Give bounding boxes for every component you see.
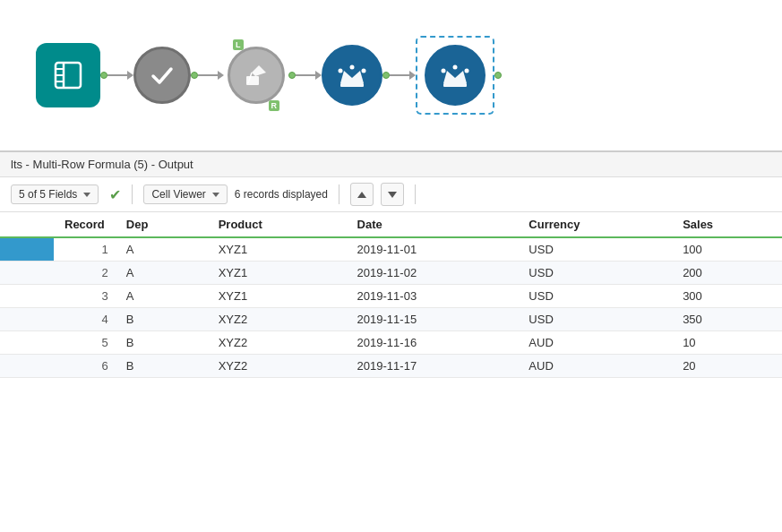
nav-down-button[interactable] — [381, 183, 404, 206]
workflow-nodes: L R — [36, 36, 502, 115]
col-header-currency[interactable]: Currency — [518, 212, 672, 237]
arrow-2 — [218, 71, 224, 80]
col-header-date[interactable]: Date — [347, 212, 519, 237]
results-title-bar: lts - Multi-Row Formula (5) - Output — [0, 152, 782, 177]
crown-svg-1 — [337, 60, 367, 90]
workflow-canvas: L R — [0, 0, 782, 152]
svg-point-16 — [453, 65, 458, 70]
crown-svg-2 — [440, 60, 470, 90]
separator-2 — [339, 184, 339, 204]
svg-marker-13 — [443, 71, 467, 83]
dot-3 — [288, 72, 296, 79]
connector-4 — [382, 71, 416, 80]
svg-marker-6 — [252, 65, 266, 76]
row-marker — [0, 237, 54, 262]
cell-currency: USD — [518, 285, 672, 308]
cell-product: XYZ2 — [208, 331, 347, 355]
cell-sales: 200 — [672, 262, 782, 285]
node-output1[interactable] — [322, 45, 382, 106]
table-row[interactable]: 5BXYZ22019-11-16AUD10 — [0, 331, 782, 355]
records-count: 6 records displayed — [235, 188, 328, 201]
svg-marker-8 — [340, 71, 364, 83]
cell-sales: 20 — [672, 355, 782, 378]
line-1 — [107, 74, 127, 76]
selected-box — [416, 36, 494, 115]
node-output2[interactable] — [416, 36, 494, 115]
table-row[interactable]: 3AXYZ12019-11-03USD300 — [0, 285, 782, 308]
table-row[interactable]: 4BXYZ22019-11-15USD350 — [0, 308, 782, 331]
svg-point-15 — [442, 69, 446, 73]
data-table-container[interactable]: Record Dep Product Date Currency Sales 1… — [0, 212, 782, 532]
node-input[interactable] — [36, 43, 100, 107]
svg-point-11 — [350, 65, 355, 70]
svg-rect-5 — [246, 76, 259, 85]
check-svg — [148, 61, 176, 90]
cell-record: 2 — [54, 262, 116, 285]
separator-1 — [132, 184, 133, 204]
col-header-dep[interactable]: Dep — [116, 212, 208, 237]
cell-dep: A — [116, 285, 208, 308]
checkmark-icon: ✔ — [109, 186, 121, 203]
cell-currency: USD — [518, 308, 672, 331]
cell-date: 2019-11-02 — [347, 262, 519, 285]
cell-product: XYZ2 — [208, 355, 347, 378]
cell-record: 5 — [54, 331, 116, 355]
lr-label-r: R — [269, 100, 280, 111]
results-toolbar: 5 of 5 Fields ✔ Cell Viewer 6 records di… — [0, 177, 782, 212]
connector-5 — [494, 72, 502, 79]
col-header-record-label[interactable]: Record — [54, 212, 116, 237]
table-row[interactable]: 2AXYZ12019-11-02USD200 — [0, 262, 782, 285]
dot-1 — [100, 72, 107, 79]
table-header-row: Record Dep Product Date Currency Sales — [0, 212, 782, 237]
table-row[interactable]: 1AXYZ12019-11-01USD100 — [0, 237, 782, 262]
dot-5 — [494, 72, 502, 79]
cell-product: XYZ1 — [208, 285, 347, 308]
cell-currency: USD — [518, 262, 672, 285]
table-row[interactable]: 6BXYZ22019-11-17AUD20 — [0, 355, 782, 378]
cell-date: 2019-11-17 — [347, 355, 519, 378]
cell-product: XYZ1 — [208, 237, 347, 262]
line-3 — [296, 74, 315, 76]
results-title: lts - Multi-Row Formula (5) - Output — [11, 158, 193, 171]
crown-icon-2 — [425, 45, 486, 106]
cell-record: 6 — [54, 355, 116, 378]
arrow-down-icon — [388, 192, 397, 198]
cell-date: 2019-11-15 — [347, 308, 519, 331]
row-marker — [0, 355, 54, 378]
svg-rect-9 — [340, 83, 364, 87]
cell-dep: A — [116, 237, 208, 262]
node-formula[interactable] — [133, 47, 191, 104]
svg-point-10 — [339, 69, 343, 73]
line-4 — [390, 74, 409, 76]
arrow-4 — [409, 71, 416, 80]
viewer-dropdown-button[interactable]: Cell Viewer — [143, 184, 227, 204]
col-header-record — [0, 212, 54, 237]
book-svg — [51, 58, 85, 92]
cell-currency: USD — [518, 237, 672, 262]
separator-3 — [415, 184, 416, 204]
viewer-chevron-icon — [212, 193, 219, 197]
node-multirow[interactable]: L R — [228, 47, 285, 104]
row-marker — [0, 262, 54, 285]
results-panel: lts - Multi-Row Formula (5) - Output 5 o… — [0, 152, 782, 532]
col-header-sales[interactable]: Sales — [672, 212, 782, 237]
arrow-3 — [315, 71, 322, 80]
fields-dropdown-button[interactable]: 5 of 5 Fields — [11, 184, 99, 204]
cell-dep: B — [116, 355, 208, 378]
book-icon — [36, 43, 100, 107]
nav-up-button[interactable] — [350, 183, 374, 206]
viewer-label: Cell Viewer — [151, 188, 205, 201]
crown-icon-1 — [322, 45, 382, 106]
connector-3 — [288, 71, 322, 80]
cell-date: 2019-11-03 — [347, 285, 519, 308]
svg-rect-14 — [443, 83, 467, 87]
cell-date: 2019-11-16 — [347, 331, 519, 355]
svg-point-12 — [362, 69, 366, 73]
fields-chevron-icon — [83, 193, 90, 197]
cell-dep: B — [116, 331, 208, 355]
col-header-product[interactable]: Product — [208, 212, 347, 237]
row-marker — [0, 285, 54, 308]
cell-currency: AUD — [518, 355, 672, 378]
connector-2 — [191, 71, 224, 80]
cell-sales: 350 — [672, 308, 782, 331]
